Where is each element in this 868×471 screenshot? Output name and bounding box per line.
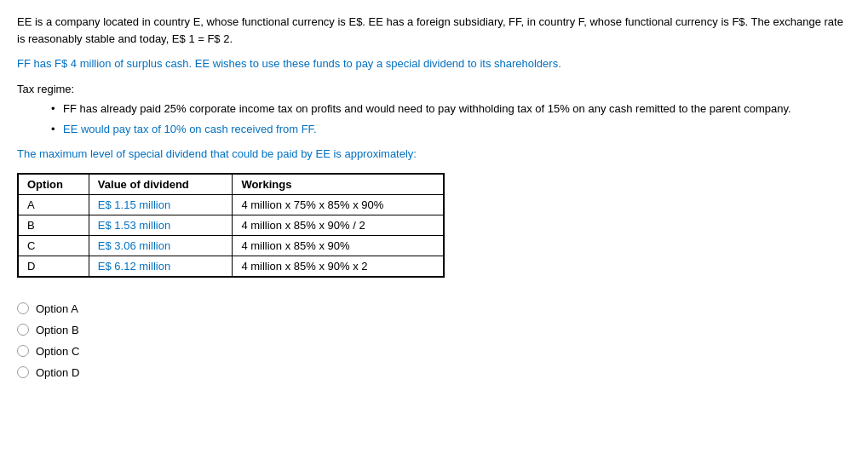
bullet-1-text: FF has already paid 25% corporate income… (63, 102, 791, 115)
paragraph-1-text: EE is a company located in country E, wh… (17, 15, 843, 45)
cell-workings: 4 million x 85% x 90% / 2 (233, 215, 444, 235)
tax-regime-section: Tax regime: FF has already paid 25% corp… (17, 81, 851, 138)
radio-group: Option AOption BOption COption D (17, 302, 851, 379)
bullet-item-1: FF has already paid 25% corporate income… (51, 101, 851, 118)
cell-workings: 4 million x 85% x 90% (233, 235, 444, 256)
cell-value: E$ 1.15 million (89, 194, 233, 215)
cell-option: A (19, 194, 89, 215)
table-row: BE$ 1.53 million4 million x 85% x 90% / … (19, 215, 444, 235)
tax-regime-label: Tax regime: (17, 81, 851, 98)
paragraph-1: EE is a company located in country E, wh… (17, 14, 851, 47)
radio-circle-opta (17, 302, 29, 314)
cell-option: C (19, 235, 89, 256)
bullet-item-2: EE would pay tax of 10% on cash received… (51, 121, 851, 138)
radio-label-optb: Option B (36, 324, 79, 336)
paragraph-2-text: FF has F$ 4 million of surplus cash. EE … (17, 57, 561, 70)
table-container: Option Value of dividend Workings AE$ 1.… (17, 173, 445, 278)
radio-option-opta[interactable]: Option A (17, 302, 851, 315)
radio-circle-optc (17, 345, 29, 357)
table-header-row: Option Value of dividend Workings (19, 174, 444, 194)
cell-value: E$ 6.12 million (89, 256, 233, 276)
question-text: The maximum level of special dividend th… (17, 146, 851, 163)
table-row: DE$ 6.12 million4 million x 85% x 90% x … (19, 256, 444, 276)
cell-value: E$ 1.53 million (89, 215, 233, 235)
col-workings: Workings (233, 174, 444, 194)
table-body: AE$ 1.15 million4 million x 75% x 85% x … (19, 194, 444, 276)
radio-label-opta: Option A (36, 302, 78, 315)
table-row: CE$ 3.06 million4 million x 85% x 90% (19, 235, 444, 256)
cell-option: B (19, 215, 89, 235)
radio-label-optd: Option D (36, 366, 79, 379)
radio-circle-optb (17, 324, 29, 336)
bullet-list: FF has already paid 25% corporate income… (51, 101, 851, 137)
cell-option: D (19, 256, 89, 276)
radio-option-optb[interactable]: Option B (17, 324, 851, 336)
radio-option-optc[interactable]: Option C (17, 345, 851, 358)
col-option: Option (19, 174, 89, 194)
bullet-2-text: EE would pay tax of 10% on cash received… (63, 123, 317, 135)
cell-workings: 4 million x 75% x 85% x 90% (233, 194, 444, 215)
cell-value: E$ 3.06 million (89, 235, 233, 256)
radio-label-optc: Option C (36, 345, 79, 358)
cell-workings: 4 million x 85% x 90% x 2 (233, 256, 444, 276)
col-value: Value of dividend (89, 174, 233, 194)
radio-circle-optd (17, 366, 29, 378)
radio-option-optd[interactable]: Option D (17, 366, 851, 379)
paragraph-2: FF has F$ 4 million of surplus cash. EE … (17, 55, 851, 72)
options-table: Option Value of dividend Workings AE$ 1.… (18, 174, 444, 277)
table-row: AE$ 1.15 million4 million x 75% x 85% x … (19, 194, 444, 215)
